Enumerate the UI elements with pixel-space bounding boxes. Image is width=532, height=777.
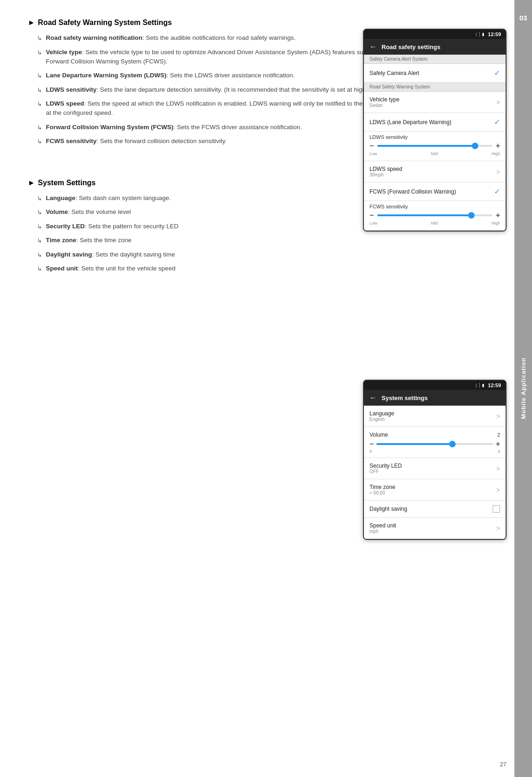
phone-row-ldws[interactable]: LDWS (Lane Departure Warning) ✓ (364, 113, 506, 132)
phone-header-2: ← System settings (364, 390, 506, 406)
phone-row-ldws-speed[interactable]: LDWS speed 30mph > (364, 161, 506, 182)
slider-label-row-2: − + (369, 211, 500, 219)
speed-unit-label: Speed unit (369, 522, 496, 529)
slider-label-row-1: − + (369, 142, 500, 150)
bullet-icon: ↳ (37, 71, 42, 81)
volume-row: − + 0 3 (364, 438, 506, 458)
chevron-icon-5: > (496, 486, 500, 494)
phone-row-timezone[interactable]: Time zone + 00:00 > (364, 479, 506, 501)
status-icons-2: 〈 ┊ ▮ (476, 383, 484, 388)
language-sub: English (369, 417, 496, 422)
signal-icon-2: ┊ (478, 383, 481, 388)
security-led-sub: OFF (369, 469, 496, 474)
row-label-wrap: LDWS speed 30mph (369, 166, 496, 177)
slider-plus-1[interactable]: + (496, 142, 500, 150)
phone-mockup-2: 〈 ┊ ▮ 12:59 ← System settings Language E… (363, 380, 507, 540)
status-icons-1: 〈 ┊ ▮ (476, 32, 484, 37)
chapter-label: Mobile Application (520, 357, 527, 419)
slider-labels-1: Low Mid High (369, 151, 500, 156)
ldws-speed-label: LDWS speed (369, 166, 496, 172)
slider-minus-1[interactable]: − (369, 142, 374, 150)
phone-screen-1: Safety Camera Alert System Safety Camera… (364, 55, 506, 231)
vehicle-type-sub: Sedan (369, 103, 496, 108)
wifi-icon-2: 〈 (476, 383, 477, 388)
vehicle-type-label: Vehicle type (369, 96, 496, 103)
slider-track-1[interactable] (377, 145, 492, 147)
volume-slider-thumb (449, 441, 456, 447)
bullet-icon: ↳ (37, 123, 42, 132)
safety-camera-alert-label: Safety Camera Alert (369, 70, 494, 76)
check-icon-2: ✓ (494, 118, 500, 126)
volume-min: 0 (369, 449, 372, 454)
bullet-icon: ↳ (37, 236, 42, 245)
bullet-icon: ↳ (37, 86, 42, 95)
signal-icon: ┊ (478, 32, 481, 37)
list-item: ↳ Daylight saving: Sets the daylight sav… (37, 250, 509, 260)
volume-slider-fill (376, 443, 452, 445)
bullet-icon: ↳ (37, 222, 42, 232)
phone-section-label-2: Road Safety Warning System (364, 82, 506, 92)
phone-row-safety-camera[interactable]: Safety Camera Alert ✓ (364, 64, 506, 82)
slider-mid-1: Mid (431, 151, 438, 156)
check-icon-3: ✓ (494, 187, 500, 196)
fcws-label: FCWS (Forward Collision Warning) (369, 188, 494, 195)
slider-high-2: High (491, 221, 500, 226)
battery-icon-2: ▮ (482, 383, 484, 388)
slider-low-2: Low (369, 221, 377, 226)
phone-screen-2: Language English > Volume 2 − (364, 406, 506, 539)
slider-plus-2[interactable]: + (496, 211, 500, 219)
status-time-1: 12:59 (488, 31, 501, 37)
section1-title: ► Road Safety Warning System Settings (28, 19, 509, 27)
back-button-2[interactable]: ← (369, 394, 377, 402)
slider-low-1: Low (369, 151, 377, 156)
volume-minus[interactable]: − (369, 440, 374, 448)
row-label-wrap: Volume (369, 432, 497, 438)
slider-high-1: High (491, 151, 500, 156)
slider-fill-1 (377, 145, 475, 147)
phone-row-speed-unit[interactable]: Speed unit mph > (364, 518, 506, 539)
daylight-checkbox[interactable] (493, 505, 500, 513)
ldws-label: LDWS (Lane Departure Warning) (369, 119, 494, 125)
bullet-icon: ↳ (37, 34, 42, 43)
phone-row-volume-header: Volume 2 (364, 427, 506, 438)
phone-row-vehicle-type[interactable]: Vehicle type Sedan > (364, 92, 506, 113)
slider-thumb-2 (468, 212, 475, 219)
phone-row-security-led[interactable]: Security LED OFF > (364, 458, 506, 479)
timezone-label: Time zone (369, 484, 496, 490)
status-time-2: 12:59 (488, 382, 501, 388)
row-label-wrap: Time zone + 00:00 (369, 484, 496, 495)
slider-track-2[interactable] (377, 214, 492, 216)
phone-title-2: System settings (382, 395, 500, 401)
volume-slider-track[interactable] (376, 443, 493, 445)
chevron-icon-3: > (496, 413, 500, 420)
bullet-icon: ↳ (37, 137, 42, 146)
list-item: ↳ Speed unit: Sets the unit for the vehi… (37, 264, 509, 274)
phone-row-language[interactable]: Language English > (364, 406, 506, 427)
phone-row-fcws[interactable]: FCWS (Forward Collision Warning) ✓ (364, 182, 506, 201)
ldws-speed-sub: 30mph (369, 172, 496, 177)
status-bar-1: 〈 ┊ ▮ 12:59 (364, 30, 506, 39)
security-led-label: Security LED (369, 463, 496, 469)
chevron-icon-4: > (496, 465, 500, 472)
battery-icon: ▮ (482, 32, 484, 37)
slider-minus-2[interactable]: − (369, 211, 374, 219)
volume-plus[interactable]: + (496, 440, 500, 448)
side-tab: 03 Mobile Application (514, 0, 532, 777)
bullet-icon: ↳ (37, 208, 42, 217)
row-label-wrap: Language English (369, 410, 496, 422)
fcws-sensitivity-row: FCWS sensitivity − + Low Mid High (364, 201, 506, 231)
back-button-1[interactable]: ← (369, 43, 377, 51)
row-label-wrap: Daylight saving (369, 506, 493, 512)
section2-arrow-icon: ► (28, 179, 35, 187)
volume-label: Volume (369, 432, 497, 438)
section1-arrow-icon: ► (28, 19, 35, 27)
fcws-sensitivity-label: FCWS sensitivity (369, 204, 500, 209)
list-item: ↳ Time zone: Sets the time zone (37, 236, 509, 245)
chevron-icon: > (496, 99, 500, 106)
volume-slider-row: − + (369, 440, 500, 448)
row-label-wrap: FCWS (Forward Collision Warning) (369, 188, 494, 195)
volume-max: 3 (498, 449, 500, 454)
bullet-icon: ↳ (37, 100, 42, 109)
phone-row-daylight[interactable]: Daylight saving (364, 501, 506, 518)
row-label-wrap: LDWS (Lane Departure Warning) (369, 119, 494, 125)
